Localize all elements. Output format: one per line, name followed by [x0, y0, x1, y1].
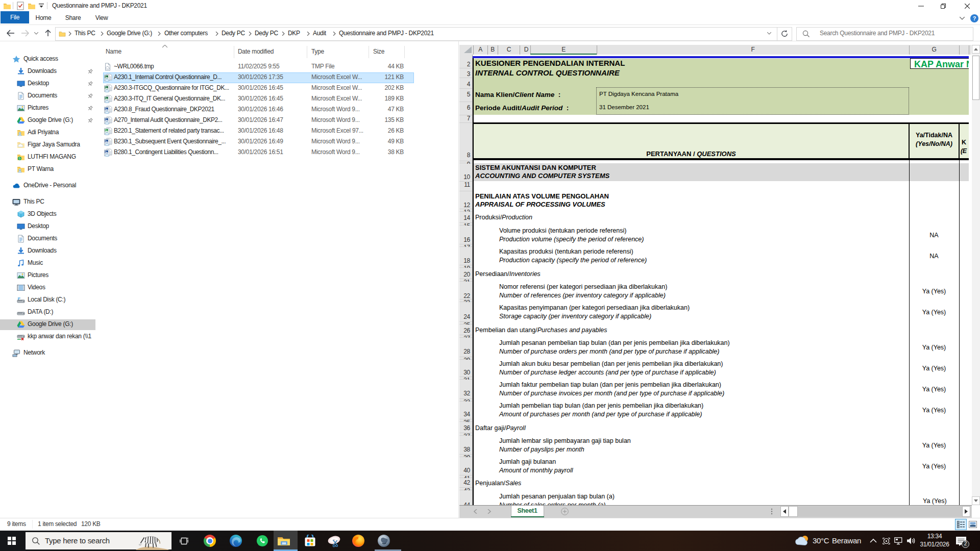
svg-text:?: ?	[973, 15, 976, 21]
